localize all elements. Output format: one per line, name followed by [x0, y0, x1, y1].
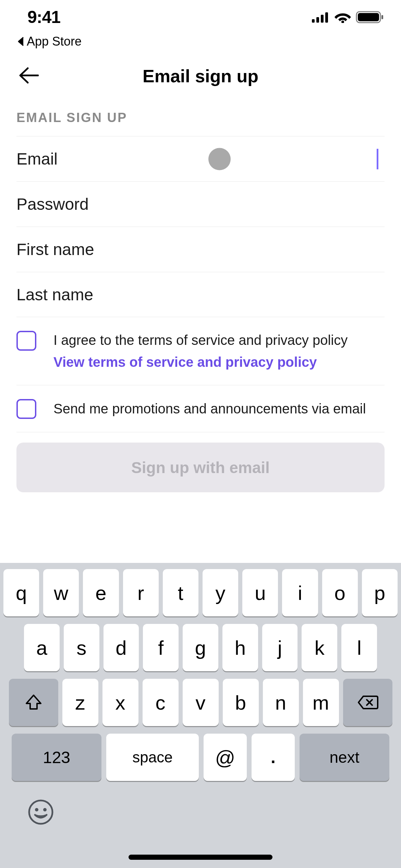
keyboard-row-3: z x c v b n m: [3, 679, 398, 726]
promo-text-block: Send me promotions and announcements via…: [53, 399, 366, 419]
key-i[interactable]: i: [282, 569, 318, 616]
key-c[interactable]: c: [143, 679, 179, 726]
backspace-icon: [357, 695, 378, 710]
key-b[interactable]: b: [223, 679, 259, 726]
key-z[interactable]: z: [62, 679, 98, 726]
svg-point-9: [35, 808, 38, 811]
promo-row: Send me promotions and announcements via…: [16, 385, 385, 432]
breadcrumb-label: App Store: [27, 34, 82, 49]
key-t[interactable]: t: [163, 569, 198, 616]
breadcrumb-back-icon: [17, 37, 25, 46]
text-cursor: [377, 149, 378, 169]
tos-checkbox[interactable]: [16, 331, 36, 351]
svg-point-10: [43, 808, 47, 811]
page-title: Email sign up: [143, 66, 258, 86]
key-j[interactable]: j: [262, 624, 298, 671]
cellular-signal-icon: [312, 12, 330, 23]
status-icons: [312, 11, 384, 24]
tos-row: I agree to the terms of service and priv…: [16, 317, 385, 385]
status-time: 9:41: [27, 7, 60, 27]
key-s[interactable]: s: [64, 624, 99, 671]
form-content: EMAIL SIGN UP Email Password First name …: [0, 97, 401, 492]
key-q[interactable]: q: [3, 569, 39, 616]
key-delete[interactable]: [343, 679, 392, 726]
keyboard-bottom: [3, 788, 398, 831]
key-shift[interactable]: [9, 679, 58, 726]
key-u[interactable]: u: [242, 569, 278, 616]
key-o[interactable]: o: [322, 569, 358, 616]
key-x[interactable]: x: [102, 679, 138, 726]
key-y[interactable]: y: [203, 569, 238, 616]
key-dot[interactable]: .: [252, 734, 295, 781]
key-123[interactable]: 123: [12, 734, 101, 781]
signup-button[interactable]: Sign up with email: [16, 443, 385, 492]
shift-icon: [24, 694, 43, 711]
key-d[interactable]: d: [104, 624, 139, 671]
home-indicator[interactable]: [129, 855, 272, 860]
last-name-label: Last name: [16, 285, 93, 304]
svg-rect-1: [316, 17, 319, 23]
keyboard-row-2: a s d f g h j k l: [3, 624, 398, 671]
promo-text: Send me promotions and announcements via…: [53, 401, 366, 416]
key-w[interactable]: w: [43, 569, 79, 616]
svg-point-8: [29, 800, 52, 824]
key-r[interactable]: r: [123, 569, 159, 616]
svg-rect-3: [325, 12, 328, 23]
key-space[interactable]: space: [106, 734, 199, 781]
key-l[interactable]: l: [341, 624, 377, 671]
wifi-icon: [335, 11, 351, 23]
first-name-field[interactable]: First name: [16, 227, 385, 272]
back-button[interactable]: [16, 64, 40, 88]
first-name-label: First name: [16, 240, 94, 259]
keyboard: q w e r t y u i o p a s d f g h j k l z …: [0, 563, 401, 868]
key-g[interactable]: g: [183, 624, 218, 671]
key-k[interactable]: k: [302, 624, 337, 671]
checkbox-section: I agree to the terms of service and priv…: [16, 317, 385, 432]
touch-indicator: [208, 148, 231, 170]
section-label: EMAIL SIGN UP: [16, 110, 385, 125]
password-label: Password: [16, 195, 89, 214]
password-field[interactable]: Password: [16, 181, 385, 227]
email-field[interactable]: Email: [16, 136, 385, 181]
breadcrumb[interactable]: App Store: [0, 34, 401, 56]
keyboard-row-4: 123 space @ . next: [3, 734, 398, 781]
key-f[interactable]: f: [143, 624, 179, 671]
promo-checkbox[interactable]: [16, 399, 36, 419]
nav-header: Email sign up: [0, 56, 401, 97]
key-n[interactable]: n: [263, 679, 299, 726]
key-h[interactable]: h: [222, 624, 258, 671]
key-at[interactable]: @: [204, 734, 247, 781]
key-a[interactable]: a: [24, 624, 60, 671]
tos-link[interactable]: View terms of service and privacy policy: [53, 352, 348, 372]
svg-rect-6: [358, 13, 379, 21]
tos-text: I agree to the terms of service and priv…: [53, 333, 348, 348]
key-v[interactable]: v: [183, 679, 219, 726]
last-name-field[interactable]: Last name: [16, 272, 385, 317]
emoji-icon[interactable]: [27, 799, 54, 831]
key-m[interactable]: m: [303, 679, 339, 726]
status-bar: 9:41: [0, 0, 401, 34]
svg-rect-7: [381, 15, 383, 19]
email-label: Email: [16, 149, 58, 168]
arrow-left-icon: [18, 67, 39, 85]
svg-rect-2: [321, 15, 324, 23]
key-e[interactable]: e: [83, 569, 119, 616]
signup-button-label: Sign up with email: [131, 458, 270, 477]
svg-rect-0: [312, 19, 315, 23]
key-next[interactable]: next: [300, 734, 389, 781]
battery-icon: [356, 11, 384, 24]
svg-point-4: [341, 21, 344, 23]
keyboard-row-1: q w e r t y u i o p: [3, 569, 398, 616]
key-p[interactable]: p: [362, 569, 398, 616]
tos-text-block: I agree to the terms of service and priv…: [53, 330, 348, 372]
